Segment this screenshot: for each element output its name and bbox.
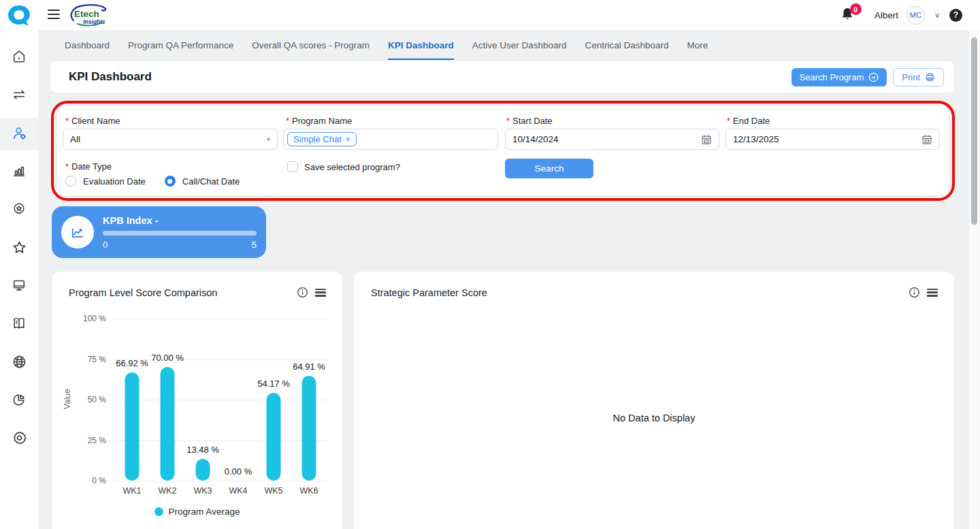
top-bar: Etech Insights 0 Albert MC ∨ ? <box>0 0 980 30</box>
badge-star-icon <box>12 202 27 219</box>
bar-value-label: 13.48 % <box>186 445 219 455</box>
app-logo-icon[interactable] <box>6 4 32 27</box>
scrollbar-thumb[interactable] <box>971 37 977 225</box>
legend-label: Program Average <box>169 507 240 517</box>
tab-more[interactable]: More <box>687 30 708 60</box>
sidebar-item-home[interactable] <box>0 42 38 74</box>
x-axis-tick: WK1 <box>114 486 150 496</box>
tab-overall-qa-scores-program[interactable]: Overall QA scores - Program <box>252 30 370 60</box>
bar-value-label: 54.17 % <box>257 379 290 389</box>
notification-badge: 0 <box>850 3 862 15</box>
bar-slot: 0.00 % <box>220 319 256 481</box>
client-name-select[interactable]: All ▾ <box>63 129 278 150</box>
monitor-icon <box>12 278 27 295</box>
sidebar-item-global[interactable] <box>0 347 38 379</box>
bar-slot: 54.17 % <box>256 319 291 481</box>
y-axis-tick: 100 % <box>55 314 106 323</box>
y-axis-label: Value <box>63 389 72 409</box>
print-label: Print <box>902 72 920 82</box>
hamburger-menu-icon[interactable] <box>48 10 60 19</box>
home-icon <box>12 49 27 67</box>
search-button[interactable]: Search <box>505 159 593 178</box>
tab-dashboard[interactable]: Dashboard <box>65 30 110 60</box>
bar-wk6[interactable] <box>302 376 316 481</box>
print-button[interactable]: Print <box>893 68 944 86</box>
tab-bar: DashboardProgram QA PerformanceOverall Q… <box>65 30 708 60</box>
bar-wk5[interactable] <box>267 393 281 481</box>
main-content: DashboardProgram QA PerformanceOverall Q… <box>38 30 969 529</box>
sidebar-item-favorites[interactable] <box>0 232 38 265</box>
kpb-scale-min: 0 <box>103 240 108 250</box>
kpb-title: KPB Index - <box>103 215 257 226</box>
globe-icon <box>12 354 27 372</box>
call-chat-date-radio[interactable] <box>165 176 176 187</box>
notification-bell-icon[interactable]: 0 <box>839 6 857 24</box>
kpb-progress-bar <box>103 231 257 236</box>
no-data-text: No Data to Display <box>354 413 954 423</box>
help-icon[interactable]: ? <box>949 9 962 22</box>
sidebar-item-monitor[interactable] <box>0 270 38 303</box>
chart-menu-icon[interactable] <box>315 289 326 297</box>
program-level-score-title: Program Level Score Comparison <box>69 287 217 298</box>
kpb-chart-icon <box>61 216 94 249</box>
sidebar-item-reports[interactable] <box>0 156 38 189</box>
client-name-label: *Client Name <box>65 116 120 126</box>
y-axis-tick: 0 % <box>55 476 106 485</box>
page-title: KPI Dashboard <box>69 70 152 84</box>
chip-remove-icon[interactable]: × <box>346 135 350 144</box>
scrollbar-track[interactable] <box>969 30 980 529</box>
info-icon[interactable] <box>909 287 920 298</box>
printer-icon <box>925 72 935 82</box>
bar-wk3[interactable] <box>196 459 210 481</box>
brand-name-top: Etech <box>74 9 99 19</box>
tab-kpi-dashboard[interactable]: KPI Dashboard <box>388 30 454 60</box>
start-date-value: 10/14/2024 <box>512 134 559 144</box>
date-type-radio-group: Evaluation Date Call/Chat Date <box>65 176 240 187</box>
bar-slot: 66.92 % <box>114 319 150 481</box>
start-date-input[interactable]: 10/14/2024 <box>505 129 719 150</box>
tab-centrical-dashboard[interactable]: Centrical Dashboard <box>585 30 669 60</box>
sidebar-item-knowledge-base[interactable] <box>0 308 38 341</box>
sidebar-item-settings[interactable] <box>0 423 38 455</box>
save-program-checkbox[interactable] <box>287 161 298 172</box>
sidebar-item-user-management[interactable] <box>0 118 38 150</box>
end-date-value: 12/13/2025 <box>733 134 779 144</box>
evaluation-date-radio[interactable] <box>65 176 76 187</box>
chart-menu-icon[interactable] <box>927 289 938 297</box>
bar-slot: 13.48 % <box>185 319 220 481</box>
user-name: Albert <box>875 10 898 20</box>
bar-value-label: 66.92 % <box>116 358 148 368</box>
pie-chart-icon <box>12 392 27 410</box>
calendar-icon <box>701 134 712 145</box>
bar-wk2[interactable] <box>161 367 175 481</box>
x-axis-tick: WK2 <box>150 486 185 496</box>
end-date-input[interactable]: 12/13/2025 <box>725 129 940 150</box>
tab-program-qa-performance[interactable]: Program QA Performance <box>128 30 233 60</box>
avatar[interactable]: MC <box>906 6 925 25</box>
info-icon[interactable] <box>297 287 308 298</box>
client-name-value: All <box>70 134 80 144</box>
chart-legend: Program Average <box>52 507 342 517</box>
brand-name-bottom: Insights <box>83 18 105 25</box>
y-axis-tick: 75 % <box>55 355 106 364</box>
program-name-multiselect[interactable]: Simple Chat × <box>283 129 498 150</box>
user-gear-icon <box>12 125 27 144</box>
x-axis-tick: WK3 <box>185 486 220 496</box>
bar-wk1[interactable] <box>125 372 140 481</box>
chevron-down-circle-icon <box>868 72 879 82</box>
save-program-label: Save selected program? <box>304 162 400 172</box>
tab-active-user-dashboard[interactable]: Active User Dashboard <box>472 30 567 60</box>
start-date-label: *Start Date <box>506 116 553 126</box>
kpb-index-card[interactable]: KPB Index - 0 5 <box>52 206 266 258</box>
bar-slot: 64.91 % <box>291 319 327 481</box>
bar-value-label: 0.00 % <box>225 466 252 477</box>
program-chip: Simple Chat × <box>287 132 357 146</box>
sidebar-item-quality-badge[interactable] <box>0 194 38 227</box>
sidebar-item-transfers[interactable] <box>0 80 38 112</box>
chevron-down-icon[interactable]: ∨ <box>933 11 941 20</box>
strategic-parameter-card: Strategic Parameter Score No Data to Dis… <box>354 272 954 529</box>
bar-slot: 70.00 % <box>150 319 185 481</box>
evaluation-date-label: Evaluation Date <box>83 176 146 187</box>
sidebar-item-analytics[interactable] <box>0 385 38 417</box>
search-program-button[interactable]: Search Program <box>791 68 887 86</box>
